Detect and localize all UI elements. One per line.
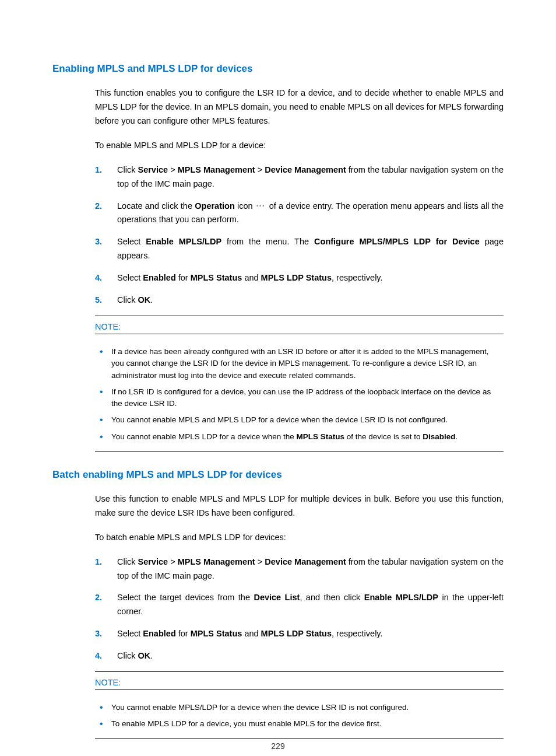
- step-number: 5.: [95, 293, 102, 307]
- operation-label: Operation: [195, 201, 234, 211]
- nav-service: Service: [138, 557, 168, 566]
- step-text: Select: [117, 273, 143, 282]
- step-5: 5. Click OK.: [95, 293, 504, 307]
- value-enabled: Enabled: [143, 273, 175, 282]
- step-number: 2.: [95, 591, 102, 605]
- intro-paragraph: This function enables you to configure t…: [95, 86, 504, 128]
- note-text: of the device is set to: [344, 432, 423, 441]
- nav-service: Service: [138, 165, 168, 174]
- button-ok-label: OK: [138, 295, 150, 304]
- step-text: , and then click: [300, 593, 364, 602]
- note-box: NOTE: You cannot enable MPLS/LDP for a d…: [95, 671, 504, 739]
- field-mpls-status: MPLS Status: [191, 629, 242, 638]
- step-4: 4. Click OK.: [95, 649, 504, 663]
- page-configure-mpls: Configure MPLS/MPLS LDP for Device: [314, 237, 480, 246]
- step-text: .: [150, 295, 153, 304]
- step-text: for: [176, 273, 191, 282]
- step-text: Locate and click the: [117, 201, 195, 211]
- button-ok-label: OK: [138, 651, 150, 660]
- nav-mpls-management: MPLS Management: [178, 165, 255, 174]
- step-text: >: [168, 165, 178, 174]
- note-item: To enable MPLS LDP for a device, you mus…: [95, 718, 504, 730]
- page-number: 229: [0, 741, 556, 751]
- step-number: 1.: [95, 555, 102, 569]
- note-item: You cannot enable MPLS LDP for a device …: [95, 431, 504, 443]
- device-list-label: Device List: [254, 593, 300, 602]
- step-number: 3.: [95, 235, 102, 249]
- step-text: and: [242, 629, 261, 638]
- value-disabled: Disabled: [423, 432, 455, 441]
- step-text: Click: [117, 651, 138, 660]
- step-2: 2. Locate and click the Operation icon •…: [95, 200, 504, 228]
- step-3: 3. Select Enabled for MPLS Status and MP…: [95, 627, 504, 641]
- field-mpls-status: MPLS Status: [296, 432, 344, 441]
- step-text: >: [168, 557, 178, 566]
- field-mpls-ldp-status: MPLS LDP Status: [261, 273, 332, 282]
- step-number: 1.: [95, 163, 102, 177]
- step-text: Click: [117, 557, 138, 566]
- note-item: You cannot enable MPLS/LDP for a device …: [95, 702, 504, 713]
- note-label: NOTE:: [95, 676, 504, 690]
- note-list: If a device has been already configured …: [95, 346, 504, 443]
- field-mpls-ldp-status: MPLS LDP Status: [261, 629, 332, 638]
- step-text: for: [176, 629, 191, 638]
- steps-list: 1. Click Service > MPLS Management > Dev…: [95, 163, 504, 307]
- nav-mpls-management: MPLS Management: [178, 557, 255, 566]
- document-page: Enabling MPLS and MPLS LDP for devices T…: [0, 0, 556, 756]
- step-number: 3.: [95, 627, 102, 641]
- step-3: 3. Select Enable MPLS/LDP from the menu.…: [95, 235, 504, 263]
- note-item: If no LSR ID is configured for a device,…: [95, 386, 504, 410]
- step-2: 2. Select the target devices from the De…: [95, 591, 504, 619]
- note-label: NOTE:: [95, 320, 504, 334]
- step-4: 4. Select Enabled for MPLS Status and MP…: [95, 271, 504, 285]
- note-item: You cannot enable MPLS and MPLS LDP for …: [95, 414, 504, 426]
- step-text: >: [255, 165, 265, 174]
- step-1: 1. Click Service > MPLS Management > Dev…: [95, 555, 504, 583]
- note-box: NOTE: If a device has been already confi…: [95, 316, 504, 452]
- note-item: If a device has been already configured …: [95, 346, 504, 382]
- step-text: and: [242, 273, 261, 282]
- step-number: 4.: [95, 649, 102, 663]
- step-text: icon: [235, 201, 255, 211]
- step-text: from the menu. The: [221, 237, 314, 246]
- step-number: 4.: [95, 271, 102, 285]
- value-enabled: Enabled: [143, 629, 175, 638]
- section-heading-batch: Batch enabling MPLS and MPLS LDP for dev…: [52, 469, 504, 481]
- lead-in-paragraph: To enable MPLS and MPLS LDP for a device…: [95, 139, 504, 153]
- step-text: Click: [117, 165, 138, 174]
- note-text: .: [456, 432, 458, 441]
- lead-in-paragraph: To batch enable MPLS and MPLS LDP for de…: [95, 531, 504, 545]
- note-list: You cannot enable MPLS/LDP for a device …: [95, 702, 504, 730]
- step-text: >: [255, 557, 265, 566]
- step-text: , respectively.: [332, 629, 383, 638]
- step-text: Select: [117, 629, 143, 638]
- step-text: Click: [117, 295, 138, 304]
- intro-paragraph: Use this function to enable MPLS and MPL…: [95, 492, 504, 520]
- nav-device-management: Device Management: [265, 165, 346, 174]
- step-text: Select the target devices from the: [117, 593, 254, 602]
- ellipsis-icon: •••: [255, 204, 266, 209]
- button-enable-mpls-ldp: Enable MPLS/LDP: [364, 593, 438, 602]
- menu-enable-mpls-ldp: Enable MPLS/LDP: [146, 237, 221, 246]
- step-text: , respectively.: [332, 273, 383, 282]
- field-mpls-status: MPLS Status: [191, 273, 242, 282]
- steps-list: 1. Click Service > MPLS Management > Dev…: [95, 555, 504, 664]
- step-text: .: [150, 651, 153, 660]
- step-1: 1. Click Service > MPLS Management > Dev…: [95, 163, 504, 191]
- step-number: 2.: [95, 200, 102, 214]
- section-heading-enabling: Enabling MPLS and MPLS LDP for devices: [52, 63, 504, 75]
- step-text: Select: [117, 237, 146, 246]
- nav-device-management: Device Management: [265, 557, 346, 566]
- note-text: You cannot enable MPLS LDP for a device …: [111, 432, 296, 441]
